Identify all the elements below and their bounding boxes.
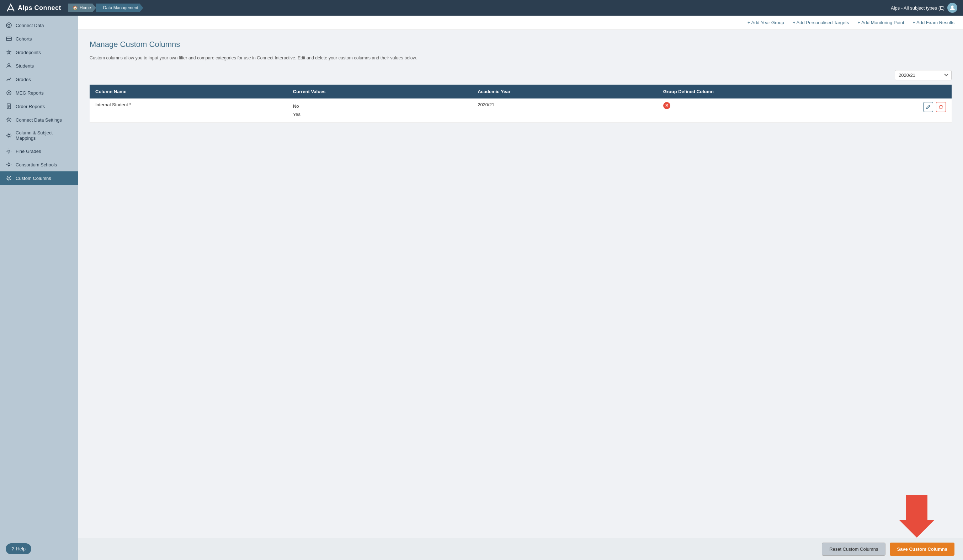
column-subject-mappings-icon: [6, 132, 12, 139]
breadcrumb-home[interactable]: 🏠 Home: [68, 3, 96, 12]
sidebar-item-label: Fine Grades: [16, 149, 41, 154]
custom-columns-icon: [6, 175, 12, 181]
delete-row-button[interactable]: [936, 102, 946, 112]
topbar-user-section: Alps - All subject types (E): [891, 3, 957, 13]
svg-point-14: [8, 150, 10, 152]
svg-point-12: [8, 119, 10, 121]
sidebar-bottom: ? Help: [0, 537, 78, 560]
meg-reports-icon: [6, 90, 12, 96]
sidebar-item-label: Cohorts: [16, 36, 32, 42]
add-monitoring-point-link[interactable]: + Add Monitoring Point: [858, 20, 904, 25]
save-custom-columns-button[interactable]: Save Custom Columns: [890, 542, 955, 556]
sidebar-item-label: Students: [16, 63, 34, 69]
help-button[interactable]: ? Help: [6, 543, 31, 554]
sidebar-item-cohorts[interactable]: Cohorts: [0, 32, 78, 45]
svg-point-5: [8, 64, 10, 66]
col-header-current-values: Current Values: [287, 85, 472, 99]
col-header-academic-year: Academic Year: [472, 85, 658, 99]
students-icon: [6, 63, 12, 69]
user-avatar[interactable]: [947, 3, 957, 13]
sidebar-item-label: MEG Reports: [16, 90, 44, 95]
svg-point-16: [8, 177, 10, 179]
col-header-group-defined: Group Defined Column: [658, 85, 918, 99]
breadcrumb-data-management[interactable]: Data Management: [96, 3, 143, 12]
year-select[interactable]: 2019/20 2020/21 2021/22: [895, 70, 952, 80]
sidebar-item-label: Column & Subject Mappings: [16, 130, 73, 141]
sidebar-item-fine-grades[interactable]: Fine Grades: [0, 144, 78, 158]
sidebar-item-label: Connect Data Settings: [16, 117, 62, 123]
connect-data-icon: [6, 22, 12, 28]
alps-logo-icon: [6, 3, 16, 13]
table-row: Internal Student * No Yes 2020/21 ✕: [90, 99, 952, 122]
order-reports-icon: [6, 103, 12, 110]
page-title: Manage Custom Columns: [90, 40, 952, 49]
sidebar-item-consortium-schools[interactable]: Consortium Schools: [0, 158, 78, 172]
svg-point-1: [6, 23, 11, 28]
sidebar-item-label: Connect Data: [16, 23, 44, 28]
home-icon: 🏠: [73, 5, 78, 10]
fine-grades-icon: [6, 148, 12, 154]
logo: Alps Connect: [6, 3, 61, 13]
user-label: Alps - All subject types (E): [891, 5, 945, 11]
edit-row-button[interactable]: [923, 102, 933, 112]
sidebar-item-label: Consortium Schools: [16, 162, 57, 167]
add-year-group-link[interactable]: + Add Year Group: [747, 20, 784, 25]
cell-current-values: No Yes: [287, 99, 472, 122]
breadcrumb: 🏠 Home Data Management: [68, 3, 143, 12]
sidebar-item-grades[interactable]: Grades: [0, 73, 78, 86]
gradepoints-icon: [6, 49, 12, 55]
sidebar-item-label: Custom Columns: [16, 176, 51, 181]
connect-data-settings-icon: [6, 117, 12, 123]
footer: Reset Custom Columns Save Custom Columns: [78, 538, 963, 560]
cohorts-icon: [6, 36, 12, 42]
group-defined-status-icon: ✕: [663, 102, 670, 109]
sidebar-item-label: Order Reports: [16, 104, 45, 109]
sidebar-item-label: Gradepoints: [16, 50, 41, 55]
page-description: Custom columns allow you to input your o…: [90, 55, 952, 62]
cell-academic-year: 2020/21: [472, 99, 658, 122]
custom-columns-table: Column Name Current Values Academic Year…: [90, 85, 952, 123]
reset-custom-columns-button[interactable]: Reset Custom Columns: [822, 542, 885, 556]
add-exam-results-link[interactable]: + Add Exam Results: [913, 20, 955, 25]
topbar: Alps Connect 🏠 Home Data Management Alps…: [0, 0, 963, 16]
sidebar-item-connect-data[interactable]: Connect Data: [0, 18, 78, 32]
cell-row-actions: [918, 99, 952, 122]
sidebar-item-students[interactable]: Students: [0, 59, 78, 73]
sidebar-item-order-reports[interactable]: Order Reports: [0, 100, 78, 113]
sidebar-item-custom-columns[interactable]: Custom Columns: [0, 172, 78, 185]
consortium-schools-icon: [6, 162, 12, 168]
sidebar-item-gradepoints[interactable]: Gradepoints: [0, 45, 78, 59]
svg-point-0: [951, 6, 954, 8]
svg-point-2: [8, 24, 10, 26]
sidebar: Connect Data Cohorts Gradepoints Student…: [0, 16, 78, 560]
year-selector-row: 2019/20 2020/21 2021/22: [90, 70, 952, 80]
sidebar-item-column-subject-mappings[interactable]: Column & Subject Mappings: [0, 126, 78, 144]
logo-text: Alps Connect: [18, 4, 61, 12]
action-bar: + Add Year Group + Add Personalised Targ…: [78, 16, 963, 30]
page-content: Manage Custom Columns Custom columns all…: [78, 30, 963, 538]
main-content: + Add Year Group + Add Personalised Targ…: [78, 16, 963, 560]
svg-point-13: [8, 134, 10, 136]
grades-icon: [6, 76, 12, 83]
sidebar-item-connect-data-settings[interactable]: Connect Data Settings: [0, 113, 78, 126]
svg-point-15: [8, 163, 10, 166]
sidebar-item-meg-reports[interactable]: MEG Reports: [0, 86, 78, 100]
cell-column-name: Internal Student *: [90, 99, 287, 122]
cell-group-defined: ✕: [658, 99, 918, 122]
sidebar-item-label: Grades: [16, 77, 31, 82]
svg-rect-3: [6, 37, 11, 40]
add-personalised-targets-link[interactable]: + Add Personalised Targets: [793, 20, 849, 25]
help-icon: ?: [11, 546, 14, 552]
layout: Connect Data Cohorts Gradepoints Student…: [0, 16, 963, 560]
col-header-column-name: Column Name: [90, 85, 287, 99]
svg-point-7: [8, 92, 10, 94]
